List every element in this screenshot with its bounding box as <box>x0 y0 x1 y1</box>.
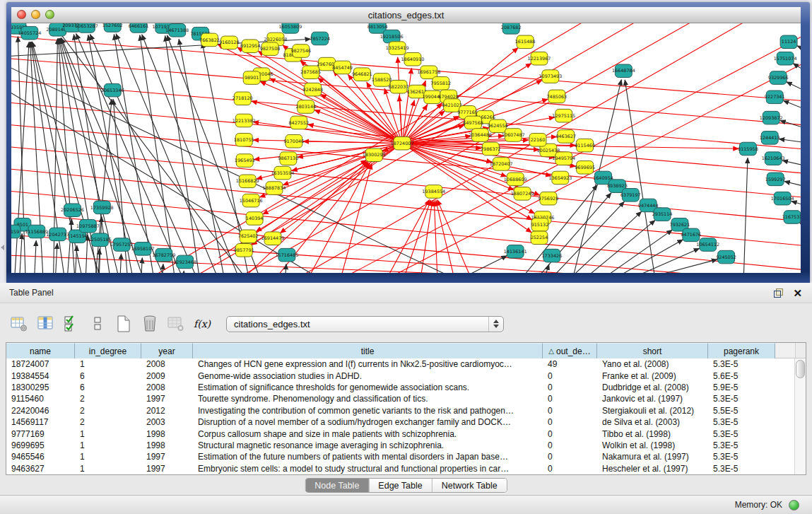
network-window-titlebar[interactable]: citations_edges.txt <box>11 7 801 23</box>
cell-year[interactable]: 2012 <box>141 406 193 416</box>
network-node[interactable]: 10975887 <box>76 219 100 233</box>
network-node[interactable]: 14671388 <box>165 23 189 37</box>
network-node[interactable]: 9160128 <box>219 36 240 49</box>
network-node[interactable]: 18720407 <box>490 158 513 171</box>
cell-short[interactable]: Franke et al. (2009) <box>597 371 708 381</box>
network-node[interactable]: 12923468 <box>173 255 196 269</box>
network-node[interactable]: 9646821 <box>352 68 372 81</box>
network-node[interactable]: 20364486 <box>469 129 492 142</box>
cell-out_de[interactable]: 0 <box>543 406 597 416</box>
column-selector-icon[interactable] <box>36 314 54 334</box>
cell-title[interactable]: Tourette syndrome. Phenomenology and cla… <box>193 394 543 404</box>
cell-out_de[interactable]: 0 <box>543 440 597 450</box>
network-node[interactable]: 14055724 <box>18 26 41 40</box>
zoom-window-button[interactable] <box>45 10 54 19</box>
cell-year[interactable]: 1997 <box>141 464 193 474</box>
table-row[interactable]: 969969511998Structural magnetic resonanc… <box>6 440 795 451</box>
cell-title[interactable]: Disruption of a novel member of a sodium… <box>193 417 543 427</box>
cell-pagerank[interactable]: 5.3E-5 <box>708 359 775 369</box>
cell-out_de[interactable]: 0 <box>543 371 597 381</box>
cell-title[interactable]: Estimation of significance thresholds fo… <box>193 382 543 392</box>
network-node[interactable]: 17359928 <box>90 201 114 214</box>
network-node[interactable]: 14136141 <box>504 245 527 259</box>
table-row[interactable]: 1456911722003Disruption of a novel membe… <box>6 416 795 428</box>
cell-in_degree[interactable]: 1 <box>75 359 141 369</box>
cell-pagerank[interactable]: 5.3E-5 <box>708 417 775 427</box>
tab-edge-table[interactable]: Edge Table <box>368 479 431 492</box>
network-node[interactable]: 9245052 <box>716 250 736 264</box>
network-node[interactable]: 16648784 <box>612 64 635 78</box>
network-node[interactable]: 11124 <box>780 35 797 49</box>
panel-collapse-handle[interactable] <box>1 245 4 250</box>
network-node[interactable]: 17957252 <box>110 238 134 252</box>
cell-short[interactable]: de Silva et al. (2003) <box>597 417 708 427</box>
tab-network-table[interactable]: Network Table <box>432 479 507 492</box>
network-node[interactable]: 2087682 <box>501 23 522 34</box>
network-node[interactable]: 12505185 <box>88 233 112 247</box>
cell-pagerank[interactable]: 5.3E-5 <box>708 440 775 450</box>
network-node[interactable]: 17016504 <box>771 192 794 205</box>
network-node[interactable]: 19384554 <box>422 185 445 199</box>
network-node[interactable]: 9227341 <box>765 90 785 104</box>
cell-short[interactable]: Yano et al. (2008) <box>597 359 708 369</box>
table-row[interactable]: 946554611997Estimation of the future num… <box>6 451 795 462</box>
network-node[interactable]: 6497568 <box>463 116 483 129</box>
network-node[interactable]: 16914479 <box>261 232 285 245</box>
table-row[interactable]: 2242004622012Investigating the contribut… <box>6 405 795 416</box>
network-node[interactable]: 7663822 <box>199 33 220 47</box>
network-node[interactable]: 7986372 <box>481 142 501 156</box>
cell-pagerank[interactable]: 5.3E-5 <box>708 394 775 404</box>
network-node[interactable]: 9827508 <box>260 42 281 56</box>
cell-out_de[interactable]: 0 <box>543 429 597 439</box>
network-node[interactable]: 12213382 <box>233 114 256 127</box>
tab-node-table[interactable]: Node Table <box>305 479 368 492</box>
network-node[interactable]: 10653287 <box>75 23 98 33</box>
network-node[interactable]: 2803144 <box>295 100 316 114</box>
cell-in_degree[interactable]: 1 <box>75 440 141 450</box>
network-canvas[interactable]: 1935913140557242089140620937271065328715… <box>11 23 801 273</box>
network-node[interactable]: 18724007 <box>391 136 414 150</box>
network-node[interactable]: 1599297 <box>765 173 786 186</box>
column-header-short[interactable]: short <box>597 343 708 358</box>
cell-year[interactable]: 1998 <box>141 429 193 439</box>
cell-title[interactable]: Corpus callosum shape and size in male p… <box>193 429 543 439</box>
network-node[interactable]: 1810755 <box>234 134 254 147</box>
cell-title[interactable]: Genome-wide association studies in ADHD. <box>193 371 543 381</box>
network-node[interactable]: 98901 <box>243 71 260 85</box>
network-node[interactable]: 7485063 <box>546 90 567 103</box>
table-row[interactable]: 1938455462009Genome-wide association stu… <box>6 370 795 381</box>
cell-name[interactable]: 22420046 <box>6 406 75 416</box>
network-node[interactable]: 19218506 <box>380 30 404 43</box>
network-node[interactable]: 8912954 <box>240 40 261 53</box>
network-node[interactable]: 15166829 <box>236 175 259 188</box>
cell-year[interactable]: 2008 <box>141 359 193 369</box>
cell-pagerank[interactable]: 5.3E-5 <box>708 452 775 462</box>
cell-name[interactable]: 18724007 <box>6 359 75 369</box>
cell-in_degree[interactable]: 6 <box>75 382 141 392</box>
cell-out_de[interactable]: 49 <box>543 359 597 369</box>
cell-in_degree[interactable]: 2 <box>75 417 141 427</box>
cell-in_degree[interactable]: 2 <box>75 394 141 404</box>
network-node[interactable]: 10654112 <box>696 238 719 252</box>
cell-short[interactable]: Nakamura et al. (1997) <box>597 452 708 462</box>
network-node[interactable]: 1167531 <box>782 211 801 224</box>
cell-in_degree[interactable]: 6 <box>75 371 141 381</box>
network-node[interactable]: 16053809 <box>278 23 302 33</box>
cell-out_de[interactable]: 0 <box>543 464 597 474</box>
cell-out_de[interactable]: 0 <box>543 382 597 392</box>
network-view[interactable]: 1935913140557242089140620937271065328715… <box>11 23 801 273</box>
column-header-title[interactable]: title <box>193 343 543 358</box>
network-node[interactable]: 9867130 <box>278 152 299 165</box>
cell-title[interactable]: Structural magnetic resonance image aver… <box>193 440 543 450</box>
column-header-year[interactable]: year <box>141 343 193 358</box>
network-node[interactable]: 20206526 <box>61 204 84 217</box>
network-node[interactable]: 19495794 <box>552 152 575 165</box>
network-node[interactable]: 93159 <box>11 225 20 238</box>
cell-short[interactable]: Stergiakouli et al. (2012) <box>597 406 708 416</box>
network-node[interactable]: 9857791 <box>234 244 254 257</box>
network-node[interactable]: 12042737 <box>46 228 69 241</box>
cell-pagerank[interactable]: 5.9E-5 <box>708 382 775 392</box>
memory-status-button[interactable] <box>789 500 799 510</box>
network-node[interactable]: 8471676 <box>681 228 701 242</box>
network-node[interactable]: 13654923 <box>548 171 572 185</box>
